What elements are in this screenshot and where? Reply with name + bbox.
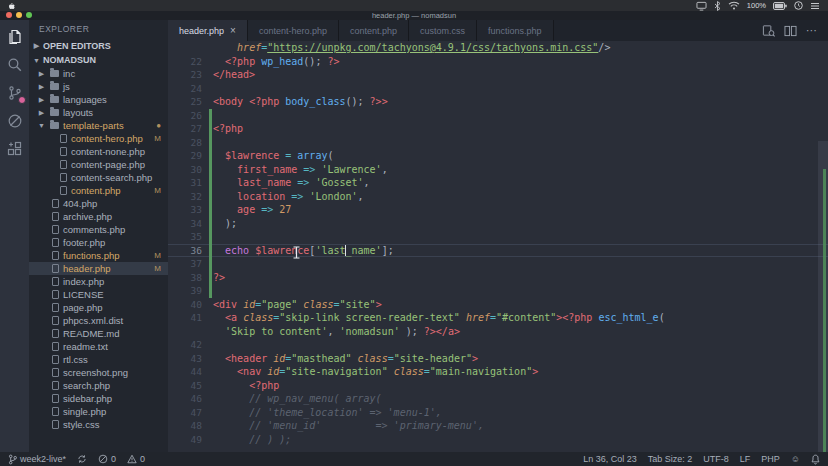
tree-folder-inc[interactable]: ▶inc — [29, 67, 168, 80]
bell-icon[interactable] — [811, 454, 820, 465]
feedback-icon[interactable]: ☺ — [791, 455, 800, 464]
code-line-42[interactable]: 42 — [168, 338, 828, 352]
tree-file-index-php[interactable]: index.php — [29, 275, 168, 288]
status-ln-36-col-23[interactable]: Ln 36, Col 23 — [583, 454, 637, 464]
code-line-30[interactable]: 30 first_name => 'Lawrence', — [168, 163, 828, 177]
code-line-wrap[interactable]: href="https://unpkg.com/tachyons@4.9.1/c… — [168, 41, 828, 55]
status-utf-8[interactable]: UTF-8 — [703, 454, 729, 464]
code-line-28[interactable]: 28 — [168, 136, 828, 150]
status-lf[interactable]: LF — [740, 454, 751, 464]
code-line-39[interactable]: 39 — [168, 284, 828, 298]
tree-file-page-php[interactable]: page.php — [29, 301, 168, 314]
tree-file-phpcs-xml-dist[interactable]: phpcs.xml.dist — [29, 314, 168, 327]
search-icon[interactable] — [6, 56, 23, 73]
code-editor[interactable]: href="https://unpkg.com/tachyons@4.9.1/c… — [168, 41, 828, 452]
git-branch-indicator[interactable]: week2-live* — [8, 454, 66, 465]
code-line-47[interactable]: 47 // 'theme_location' => 'menu-1', — [168, 406, 828, 420]
code-line-24[interactable]: 24 — [168, 82, 828, 96]
file-icon — [52, 407, 59, 416]
code-line-41[interactable]: 41 <a class="skip-link screen-reader-tex… — [168, 311, 828, 325]
code-line-40[interactable]: 40<div id="page" class="site"> — [168, 298, 828, 312]
code-line-25[interactable]: 25<body <?php body_class(); ?>> — [168, 95, 828, 109]
tree-folder-layouts[interactable]: ▶layouts — [29, 106, 168, 119]
code-line-34[interactable]: 34 ); — [168, 217, 828, 231]
tree-file-readme-md[interactable]: README.md — [29, 327, 168, 340]
code-line-wrap[interactable]: 'Skip to content', 'nomadsun' ); ?></a> — [168, 325, 828, 339]
tree-file-readme-txt[interactable]: readme.txt — [29, 340, 168, 353]
tree-file-style-css[interactable]: style.css — [29, 418, 168, 431]
code-line-46[interactable]: 46 // wp_nav_menu( array( — [168, 392, 828, 406]
explorer-icon[interactable] — [6, 28, 23, 45]
clock-icon[interactable] — [794, 1, 803, 10]
more-actions-icon[interactable]: ⋯ — [806, 24, 818, 37]
source-control-icon[interactable] — [6, 84, 23, 101]
overview-ruler-added-marker — [823, 169, 826, 452]
control-center-icon[interactable] — [810, 2, 820, 10]
tree-file-single-php[interactable]: single.php — [29, 405, 168, 418]
tree-folder-template-parts[interactable]: ▼template-parts● — [29, 119, 168, 132]
code-line-32[interactable]: 32 location => 'London', — [168, 190, 828, 204]
code-line-22[interactable]: 22 <?php wp_head(); ?> — [168, 55, 828, 69]
tree-file-screenshot-png[interactable]: screenshot.png — [29, 366, 168, 379]
status-tab-size-2[interactable]: Tab Size: 2 — [648, 454, 693, 464]
code-line-23[interactable]: 23</head> — [168, 68, 828, 82]
display-icon[interactable] — [696, 1, 707, 11]
root-folder-section[interactable]: ▼ NOMADSUN — [29, 53, 168, 67]
code-line-29[interactable]: 29 $lawrence = array( — [168, 149, 828, 163]
tree-file-content-hero-php[interactable]: content-hero.phpM — [29, 132, 168, 145]
wifi-icon[interactable] — [728, 1, 740, 10]
code-line-49[interactable]: 49 // ) ); — [168, 433, 828, 447]
sync-icon[interactable] — [77, 454, 87, 464]
tree-file-search-php[interactable]: search.php — [29, 379, 168, 392]
code-line-31[interactable]: 31 last_name => 'Gosset', — [168, 176, 828, 190]
code-line-26[interactable]: 26 — [168, 109, 828, 123]
tree-item-label: content-search.php — [71, 172, 152, 183]
open-preview-icon[interactable] — [762, 24, 775, 37]
code-line-36[interactable]: 36 echo $lawrence['last_name']; — [168, 244, 828, 258]
tree-file-comments-php[interactable]: comments.php — [29, 223, 168, 236]
tab-custom-css[interactable]: custom.css — [409, 20, 477, 41]
bluetooth-icon[interactable] — [714, 1, 721, 11]
tab-content-php[interactable]: content.php — [339, 20, 409, 41]
git-status-badge: M — [154, 264, 168, 273]
tree-file-sidebar-php[interactable]: sidebar.php — [29, 392, 168, 405]
tab-header-php[interactable]: header.php× — [168, 20, 248, 41]
warning-indicator[interactable]: 0 — [127, 454, 145, 464]
tab-functions-php[interactable]: functions.php — [477, 20, 554, 41]
tree-file-functions-php[interactable]: functions.phpM — [29, 249, 168, 262]
tree-file-license[interactable]: LICENSE — [29, 288, 168, 301]
tree-file-header-php[interactable]: header.phpM — [29, 262, 168, 275]
tree-file-content-search-php[interactable]: content-search.php — [29, 171, 168, 184]
tree-folder-languages[interactable]: ▶languages — [29, 93, 168, 106]
code-text: ); — [213, 217, 237, 231]
code-line-48[interactable]: 48 // 'menu_id' => 'primary-menu', — [168, 419, 828, 433]
tree-file-content-php[interactable]: content.phpM — [29, 184, 168, 197]
code-line-35[interactable]: 35 — [168, 230, 828, 244]
battery-icon[interactable] — [773, 2, 787, 10]
tree-file-footer-php[interactable]: footer.php — [29, 236, 168, 249]
tree-file-rtl-css[interactable]: rtl.css — [29, 353, 168, 366]
close-tab-icon[interactable]: × — [230, 26, 236, 36]
code-line-45[interactable]: 45 <?php — [168, 379, 828, 393]
code-line-37[interactable]: 37 — [168, 257, 828, 271]
tree-file-content-page-php[interactable]: content-page.php — [29, 158, 168, 171]
tab-content-hero-php[interactable]: content-hero.php — [248, 20, 339, 41]
tree-folder-js[interactable]: ▶js — [29, 80, 168, 93]
split-editor-icon[interactable] — [784, 25, 797, 37]
line-number: 39 — [168, 284, 209, 298]
error-indicator[interactable]: 0 — [98, 454, 116, 464]
code-line-33[interactable]: 33 age => 27 — [168, 203, 828, 217]
tree-file-archive-php[interactable]: archive.php — [29, 210, 168, 223]
tree-file-content-none-php[interactable]: content-none.php — [29, 145, 168, 158]
code-text: age => 27 — [213, 203, 291, 217]
code-line-27[interactable]: 27<?php — [168, 122, 828, 136]
code-line-44[interactable]: 44 <nav id="site-navigation" class="main… — [168, 365, 828, 379]
debug-icon[interactable] — [6, 112, 23, 129]
apple-icon[interactable] — [8, 2, 15, 10]
tree-file-404-php[interactable]: 404.php — [29, 197, 168, 210]
extensions-icon[interactable] — [6, 140, 23, 157]
code-line-43[interactable]: 43 <header id="masthead" class="site-hea… — [168, 352, 828, 366]
open-editors-section[interactable]: ▶ OPEN EDITORS — [29, 39, 168, 53]
status-php[interactable]: PHP — [761, 454, 780, 464]
code-line-38[interactable]: 38?> — [168, 271, 828, 285]
